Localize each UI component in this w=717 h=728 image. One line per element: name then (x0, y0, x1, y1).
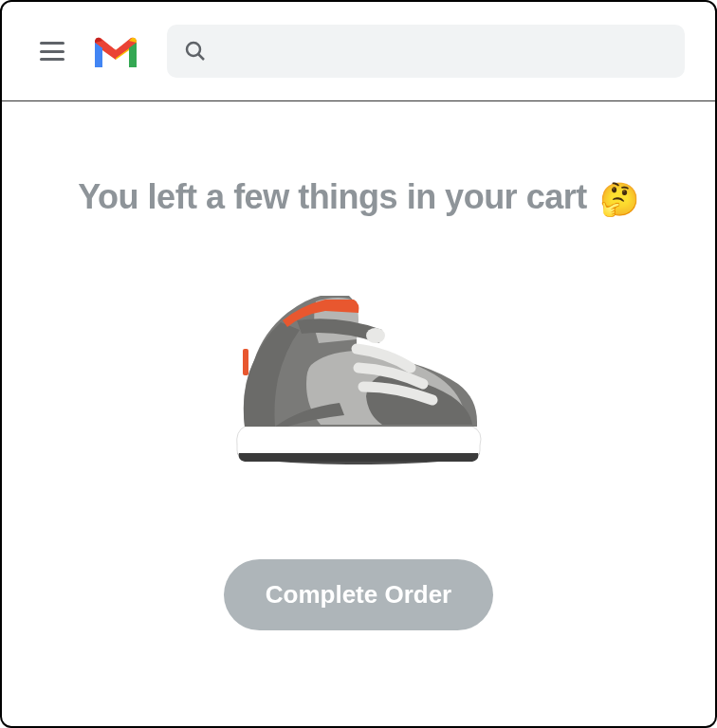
gmail-header (2, 2, 715, 101)
hamburger-menu-icon[interactable] (40, 42, 64, 61)
email-body: You left a few things in your cart 🤔 (2, 101, 715, 668)
svg-point-4 (366, 328, 385, 343)
complete-order-button[interactable]: Complete Order (224, 559, 494, 630)
headline-text: You left a few things in your cart (78, 177, 586, 216)
search-icon (184, 40, 207, 63)
svg-point-0 (187, 43, 200, 56)
email-headline: You left a few things in your cart 🤔 (40, 177, 677, 218)
thinking-face-emoji-icon: 🤔 (599, 181, 639, 217)
svg-line-1 (198, 54, 204, 60)
gmail-logo-icon[interactable] (91, 31, 140, 71)
svg-rect-3 (243, 349, 248, 375)
search-bar[interactable] (167, 25, 685, 78)
product-image (216, 275, 501, 483)
